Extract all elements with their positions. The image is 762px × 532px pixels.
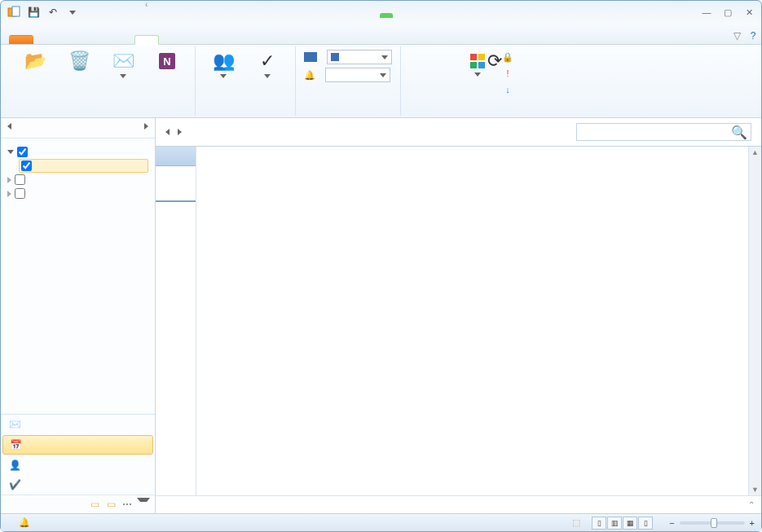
qat-save-icon[interactable]: 💾 (25, 4, 42, 20)
prev-week-icon[interactable] (165, 129, 170, 135)
qat-undo-icon[interactable]: ↶ (45, 4, 61, 20)
nav-tasks[interactable]: ✔️ (1, 475, 155, 495)
nav-shortcuts-icon[interactable]: ⋯ (121, 498, 134, 511)
time-ruler (156, 147, 196, 495)
reminder-icon: 🔔 (304, 70, 315, 81)
tracking-button[interactable]: ✓ (248, 48, 287, 78)
ribbon-tabs: ▽ ? (1, 24, 761, 45)
forward-icon: ✉️ (110, 50, 136, 73)
ribbon: 📂 🗑️ ✉️ N 👥 ✓ 🔔 (1, 45, 761, 118)
minimize-button[interactable]: — (699, 5, 714, 20)
show-as-icon (304, 52, 317, 62)
tab-meeting[interactable] (134, 35, 159, 45)
outlook-icon[interactable] (6, 4, 22, 20)
tracking-icon: ✓ (254, 50, 280, 73)
cancel-icon: 🗑️ (66, 50, 92, 73)
nav-notes-icon[interactable]: ▭ (104, 498, 117, 511)
calendar-grid[interactable]: ▲ ▼ (156, 146, 761, 495)
calendar-node[interactable] (19, 159, 148, 173)
zoom-slider[interactable] (680, 521, 745, 525)
team-trevor-node[interactable] (7, 173, 148, 187)
tasks-icon: ✔️ (9, 479, 21, 490)
help-icon[interactable]: ? (745, 28, 761, 44)
status-connection: ⬚ (572, 517, 580, 528)
collapse-nav-icon[interactable]: ‹ (145, 0, 148, 9)
next-week-icon[interactable] (178, 129, 182, 135)
tab-view[interactable] (110, 35, 134, 44)
status-bar: 🔔 ⬚ ▯ ▥ ▦ ▯ − + (1, 513, 761, 531)
nav-configure-icon[interactable] (137, 498, 150, 511)
vertical-scrollbar[interactable]: ▲ ▼ (748, 147, 761, 495)
group-actions: 📂 🗑️ ✉️ N (7, 46, 196, 116)
nav-calendar[interactable]: 📅 (2, 435, 153, 455)
next-month-icon[interactable] (144, 123, 148, 130)
prev-month-icon[interactable] (7, 123, 11, 130)
my-calendars-checkbox[interactable] (17, 147, 28, 157)
folder-open-icon: 📂 (22, 50, 48, 73)
team-calendar-node[interactable] (7, 187, 148, 200)
ribbon-minimize-icon[interactable]: ▽ (729, 28, 745, 44)
recurrence-icon: ⟳ (482, 50, 508, 73)
nav-buttons: ✉️ 📅 👤 ✔️ ▭ ▭ ⋯ (1, 414, 155, 513)
low-importance-button[interactable]: ↓ (502, 82, 518, 97)
status-reminders[interactable]: 🔔 (19, 517, 30, 528)
my-calendars-node[interactable] (7, 145, 148, 159)
maximize-button[interactable]: ▢ (720, 5, 735, 20)
tab-folder[interactable] (86, 35, 110, 44)
tasks-summary-row[interactable]: ⌃ (156, 495, 761, 513)
zoom-control[interactable]: − + (664, 518, 755, 528)
svg-rect-1 (12, 7, 20, 16)
contact-attendees-button[interactable]: 👥 (204, 48, 243, 78)
nav-contacts[interactable]: 👤 (1, 455, 155, 475)
tab-home[interactable] (37, 35, 61, 44)
date-navigator[interactable] (1, 118, 155, 138)
tab-send-receive[interactable] (61, 35, 86, 44)
zoom-out-icon[interactable]: − (669, 518, 674, 528)
contacts-icon: 👤 (9, 459, 21, 471)
team-calendar-checkbox[interactable] (15, 188, 25, 199)
title-bar: 💾 ↶ — ▢ ✕ (1, 1, 761, 24)
calendar-view: 🔍 ▲ ▼ ⌃ (156, 118, 761, 513)
search-box[interactable]: 🔍 (576, 123, 751, 141)
contact-icon: 👥 (210, 50, 236, 73)
svg-text:N: N (163, 55, 170, 68)
navigation-pane: ‹ ✉️ 📅 👤 (1, 118, 156, 513)
reminder-combo[interactable] (325, 68, 390, 82)
nav-mail[interactable]: ✉️ (1, 415, 155, 434)
context-tab-label (380, 13, 393, 18)
calendar-icon: 📅 (10, 439, 22, 451)
nav-folder-icon[interactable]: ▭ (88, 498, 101, 511)
search-icon[interactable]: 🔍 (731, 125, 747, 140)
calendar-checkbox[interactable] (21, 160, 32, 171)
view-reading-icon[interactable]: ▥ (607, 517, 622, 530)
zoom-in-icon[interactable]: + (750, 518, 755, 528)
tab-file[interactable] (9, 35, 33, 44)
scroll-up-icon[interactable]: ▲ (750, 147, 760, 158)
view-normal-icon[interactable]: ▯ (592, 517, 606, 530)
tasks-expand-icon[interactable]: ⌃ (748, 500, 755, 509)
close-button[interactable]: ✕ (742, 5, 756, 20)
qat-dropdown-icon[interactable] (64, 4, 81, 20)
group-attendees: 👥 ✓ (196, 46, 296, 116)
show-as-combo[interactable] (327, 50, 392, 64)
onenote-button[interactable]: N (148, 48, 187, 73)
low-importance-icon: ↓ (502, 84, 513, 95)
mail-icon: ✉️ (9, 419, 21, 430)
view-switcher[interactable]: ▯ ▥ ▦ ▯ (592, 517, 653, 530)
group-options: 🔔 ⟳ (296, 46, 401, 116)
cancel-meeting-button[interactable]: 🗑️ (59, 48, 99, 73)
forward-button[interactable]: ✉️ (104, 48, 143, 78)
scroll-down-icon[interactable]: ▼ (750, 484, 760, 495)
open-button[interactable]: 📂 (15, 48, 55, 73)
calendar-tree (1, 138, 155, 207)
search-input[interactable] (580, 127, 731, 137)
team-trevor-checkbox[interactable] (15, 174, 25, 185)
recurrence-button[interactable]: ⟳ (475, 48, 514, 73)
view-list-icon[interactable]: ▦ (623, 517, 637, 530)
view-todo-icon[interactable]: ▯ (638, 517, 653, 530)
onenote-icon: N (154, 50, 180, 73)
